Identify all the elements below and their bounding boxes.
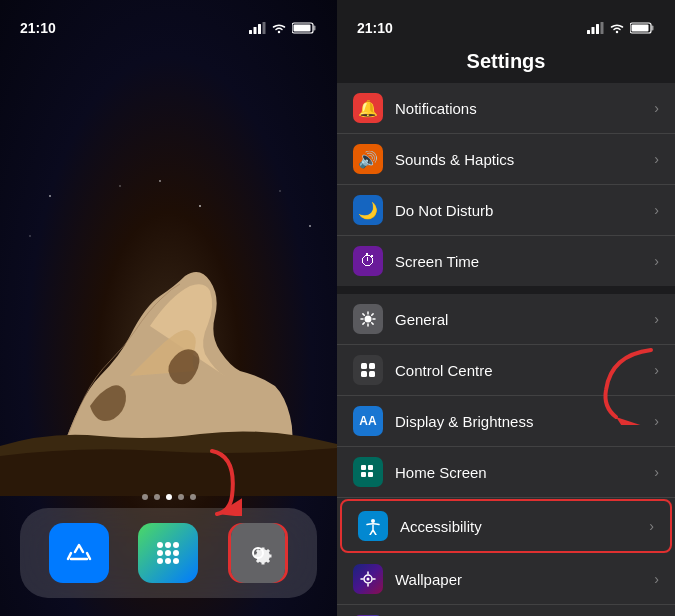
left-arrow bbox=[182, 446, 242, 520]
homescreen-label: Home Screen bbox=[395, 464, 650, 481]
screentime-label: Screen Time bbox=[395, 253, 650, 270]
dot-2 bbox=[154, 494, 160, 500]
svg-point-16 bbox=[165, 542, 171, 548]
settings-item-accessibility[interactable]: Accessibility › bbox=[340, 499, 672, 553]
accessibility-icon bbox=[358, 511, 388, 541]
control-icon bbox=[353, 355, 383, 385]
svg-rect-7 bbox=[249, 30, 252, 34]
right-battery-icon bbox=[630, 22, 655, 34]
settings-item-general[interactable]: General › bbox=[337, 294, 675, 345]
settings-item-siri[interactable]: Siri & Search › bbox=[337, 605, 675, 616]
svg-point-20 bbox=[173, 550, 179, 556]
homescreen-chevron: › bbox=[654, 464, 659, 480]
svg-point-1 bbox=[119, 185, 121, 187]
svg-rect-8 bbox=[254, 27, 257, 34]
notifications-chevron: › bbox=[654, 100, 659, 116]
settings-item-dnd[interactable]: 🌙 Do Not Disturb › bbox=[337, 185, 675, 236]
left-status-bar: 21:10 bbox=[0, 0, 337, 44]
left-status-icons bbox=[249, 22, 317, 34]
svg-rect-25 bbox=[592, 27, 595, 34]
svg-rect-12 bbox=[314, 26, 316, 31]
left-phone: 21:10 bbox=[0, 0, 337, 616]
launchpad-dock-icon[interactable] bbox=[138, 523, 198, 583]
settings-item-sounds[interactable]: 🔊 Sounds & Haptics › bbox=[337, 134, 675, 185]
dnd-label: Do Not Disturb bbox=[395, 202, 650, 219]
display-icon: AA bbox=[353, 406, 383, 436]
screentime-chevron: › bbox=[654, 253, 659, 269]
svg-rect-26 bbox=[596, 24, 599, 34]
svg-rect-27 bbox=[601, 22, 604, 34]
notifications-label: Notifications bbox=[395, 100, 650, 117]
wifi-icon bbox=[271, 22, 287, 34]
svg-rect-37 bbox=[368, 465, 373, 470]
svg-point-17 bbox=[173, 542, 179, 548]
svg-point-31 bbox=[365, 316, 372, 323]
svg-rect-10 bbox=[263, 22, 266, 34]
dnd-chevron: › bbox=[654, 202, 659, 218]
svg-rect-34 bbox=[361, 371, 367, 377]
homescreen-icon bbox=[353, 457, 383, 487]
svg-rect-33 bbox=[369, 363, 375, 369]
settings-item-notifications[interactable]: 🔔 Notifications › bbox=[337, 83, 675, 134]
left-time: 21:10 bbox=[20, 20, 56, 36]
svg-point-5 bbox=[29, 235, 30, 236]
notifications-icon: 🔔 bbox=[353, 93, 383, 123]
svg-point-15 bbox=[157, 542, 163, 548]
svg-point-21 bbox=[157, 558, 163, 564]
svg-rect-35 bbox=[369, 371, 375, 377]
svg-point-2 bbox=[199, 205, 201, 207]
svg-point-3 bbox=[279, 190, 281, 192]
right-time: 21:10 bbox=[357, 20, 393, 36]
svg-rect-30 bbox=[632, 25, 649, 32]
settings-group-2: General › Control Centre › AA Display & bbox=[337, 294, 675, 616]
signal-icon bbox=[249, 22, 266, 34]
svg-rect-39 bbox=[368, 472, 373, 477]
sounds-label: Sounds & Haptics bbox=[395, 151, 650, 168]
appstore-dock-icon[interactable] bbox=[49, 523, 109, 583]
svg-point-23 bbox=[173, 558, 179, 564]
svg-point-40 bbox=[371, 519, 375, 523]
dot-3 bbox=[166, 494, 172, 500]
svg-rect-24 bbox=[587, 30, 590, 34]
screentime-icon: ⏱ bbox=[353, 246, 383, 276]
wallpaper-label: Wallpaper bbox=[395, 571, 650, 588]
right-phone: 21:10 Settings bbox=[337, 0, 675, 616]
settings-item-homescreen[interactable]: Home Screen › bbox=[337, 447, 675, 498]
accessibility-chevron: › bbox=[649, 518, 654, 534]
svg-rect-29 bbox=[652, 26, 654, 31]
svg-rect-32 bbox=[361, 363, 367, 369]
svg-point-0 bbox=[49, 195, 51, 197]
general-label: General bbox=[395, 311, 650, 328]
dnd-icon: 🌙 bbox=[353, 195, 383, 225]
svg-rect-13 bbox=[294, 25, 311, 32]
settings-title: Settings bbox=[337, 44, 675, 83]
svg-point-42 bbox=[367, 578, 370, 581]
right-status-bar: 21:10 bbox=[337, 0, 675, 44]
settings-group-1: 🔔 Notifications › 🔊 Sounds & Haptics › 🌙… bbox=[337, 83, 675, 286]
svg-rect-36 bbox=[361, 465, 366, 470]
svg-rect-38 bbox=[361, 472, 366, 477]
general-chevron: › bbox=[654, 311, 659, 327]
accessibility-label: Accessibility bbox=[400, 518, 645, 535]
settings-item-screentime[interactable]: ⏱ Screen Time › bbox=[337, 236, 675, 286]
sounds-chevron: › bbox=[654, 151, 659, 167]
rock-image bbox=[0, 176, 337, 496]
right-arrow bbox=[591, 345, 661, 429]
right-wifi-icon bbox=[609, 22, 625, 34]
right-status-icons bbox=[587, 22, 655, 34]
settings-dock-icon[interactable] bbox=[228, 523, 288, 583]
dock bbox=[20, 508, 317, 598]
svg-point-18 bbox=[157, 550, 163, 556]
right-signal-icon bbox=[587, 22, 604, 34]
general-icon bbox=[353, 304, 383, 334]
settings-item-wallpaper[interactable]: Wallpaper › bbox=[337, 554, 675, 605]
svg-rect-9 bbox=[258, 24, 261, 34]
dot-1 bbox=[142, 494, 148, 500]
sounds-icon: 🔊 bbox=[353, 144, 383, 174]
svg-point-4 bbox=[309, 225, 311, 227]
svg-point-19 bbox=[165, 550, 171, 556]
svg-point-6 bbox=[159, 180, 161, 182]
wallpaper-icon bbox=[353, 564, 383, 594]
wallpaper-chevron: › bbox=[654, 571, 659, 587]
page-dots bbox=[0, 494, 337, 500]
